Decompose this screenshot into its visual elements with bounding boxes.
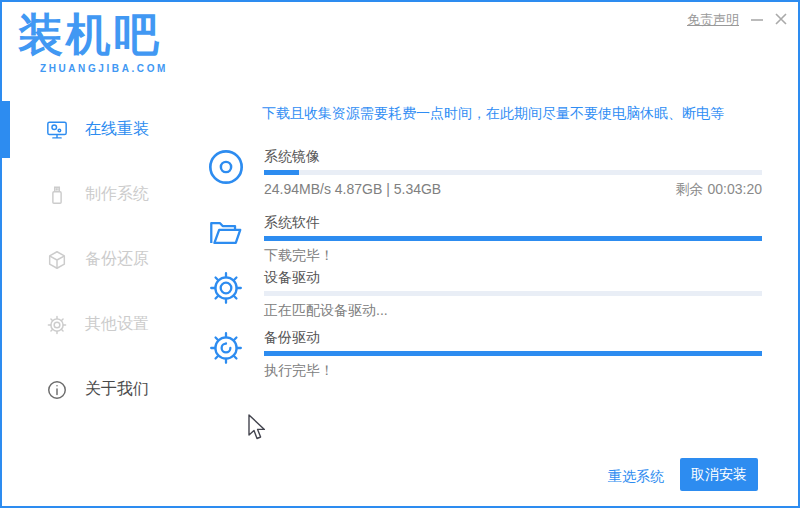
time-remaining: 剩余 00:03:20 xyxy=(676,181,762,197)
settings-gear-icon xyxy=(46,314,68,336)
sidebar-item-other-settings[interactable]: 其他设置 xyxy=(2,292,192,357)
gear-icon xyxy=(207,269,245,307)
mouse-cursor xyxy=(247,414,267,443)
progress-bar xyxy=(264,170,762,175)
minimize-button[interactable] xyxy=(748,10,766,28)
cancel-install-button[interactable]: 取消安装 xyxy=(680,458,758,491)
monitor-icon xyxy=(46,119,68,141)
task-title: 系统软件 xyxy=(264,214,762,230)
disclaimer-link[interactable]: 免责声明 xyxy=(687,11,739,29)
usb-drive-icon xyxy=(46,184,68,206)
download-notice: 下载且收集资源需要耗费一点时间，在此期间尽量不要使电脑休眠、断电等 xyxy=(192,104,794,122)
progress-bar xyxy=(264,236,762,241)
progress-bar xyxy=(264,351,762,356)
sidebar-item-online-reinstall[interactable]: 在线重装 xyxy=(2,97,192,162)
app-window: 装机吧 ZHUANGJIBA.COM 免责声明 在线重装 xyxy=(0,0,800,508)
backup-box-icon xyxy=(46,249,68,271)
reselect-system-button[interactable]: 重选系统 xyxy=(608,468,664,486)
sidebar-item-label: 其他设置 xyxy=(85,314,149,335)
progress-fill xyxy=(264,236,762,241)
task-title: 设备驱动 xyxy=(264,269,762,285)
sidebar-item-backup-restore[interactable]: 备份还原 xyxy=(2,227,192,292)
open-folder-icon xyxy=(207,214,245,252)
task-status-text: 执行完毕！ xyxy=(264,362,334,378)
task-status-text: 24.94MB/s 4.87GB | 5.34GB xyxy=(264,181,441,197)
minimize-icon xyxy=(750,12,764,26)
app-logo-subtext: ZHUANGJIBA.COM xyxy=(18,63,168,74)
sidebar-item-label: 在线重装 xyxy=(85,119,149,140)
progress-fill xyxy=(264,351,762,356)
progress-fill xyxy=(264,170,299,175)
task-status-text: 下载完毕！ xyxy=(264,247,334,263)
sidebar-item-about-us[interactable]: 关于我们 xyxy=(2,357,192,422)
app-logo: 装机吧 xyxy=(18,8,170,62)
task-title: 备份驱动 xyxy=(264,329,762,345)
close-button[interactable] xyxy=(772,10,790,28)
progress-bar xyxy=(264,291,762,296)
sidebar-item-label: 制作系统 xyxy=(85,184,149,205)
task-status-text: 正在匹配设备驱动... xyxy=(264,302,388,318)
gear-sync-icon xyxy=(207,329,245,367)
task-title: 系统镜像 xyxy=(264,148,762,164)
disc-icon xyxy=(207,148,245,186)
close-icon xyxy=(774,12,788,26)
sidebar-item-label: 备份还原 xyxy=(85,249,149,270)
sidebar-item-make-system[interactable]: 制作系统 xyxy=(2,162,192,227)
sidebar: 在线重装 制作系统 备份还原 其他设置 xyxy=(2,97,192,422)
sidebar-item-label: 关于我们 xyxy=(85,379,149,400)
info-icon xyxy=(46,379,68,401)
